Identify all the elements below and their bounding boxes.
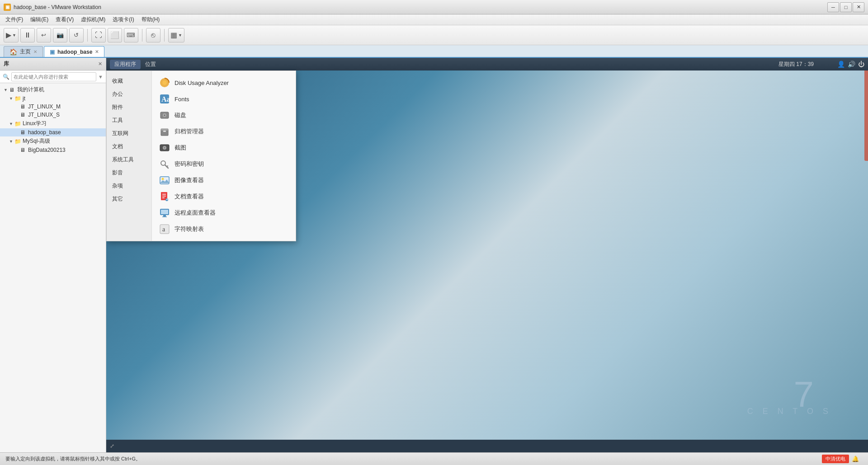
- category-documents[interactable]: 文档: [107, 140, 151, 153]
- category-office[interactable]: 办公: [107, 88, 151, 101]
- tree-item-my-computer[interactable]: ▼ 🖥 我的计算机: [0, 85, 106, 94]
- tree-label: Linux学习: [23, 120, 47, 127]
- scroll-indicator[interactable]: [864, 70, 868, 161]
- app-label: Fonts: [175, 96, 189, 103]
- app-document-viewer[interactable]: + 文档查看器: [152, 188, 296, 205]
- unity-icon: ⬜: [110, 31, 119, 39]
- archive-icon: [159, 126, 170, 137]
- svg-rect-9: [163, 131, 166, 132]
- power-button[interactable]: ▶ ▼: [4, 28, 19, 42]
- svg-rect-21: [162, 197, 165, 198]
- category-system-tools[interactable]: 系统工具: [107, 153, 151, 166]
- vm-icon: 🖥: [20, 112, 28, 118]
- folder-icon: 🖥: [9, 87, 17, 93]
- tree-item-linux-learning[interactable]: ▼ 📁 Linux学习: [0, 119, 106, 128]
- menu-vm[interactable]: 虚拟机(M): [77, 15, 109, 24]
- gnome-clock: 星期四 17：39: [778, 61, 814, 68]
- title-bar: ▣ hadoop_base - VMware Workstation ─ □ ✕: [0, 0, 868, 14]
- desktop-background[interactable]: 应用程序 位置 星期四 17：39 👤 🔊 ⏻ 收藏 办公 附件: [106, 58, 868, 440]
- unity-button[interactable]: ⬜: [108, 28, 122, 42]
- tab-home[interactable]: 🏠 主页 ✕: [4, 46, 43, 57]
- tree-label: BigData200213: [28, 147, 66, 153]
- power-icon[interactable]: ⏻: [858, 61, 864, 68]
- sidebar-header: 库 ✕: [0, 58, 106, 70]
- svg-text:+: +: [166, 198, 168, 201]
- category-other[interactable]: 其它: [107, 193, 151, 206]
- app-archive-manager[interactable]: 归档管理器: [152, 123, 296, 140]
- app-remote-desktop[interactable]: 远程桌面查看器: [152, 205, 296, 221]
- close-button[interactable]: ✕: [853, 2, 864, 12]
- maximize-button[interactable]: □: [840, 2, 852, 12]
- snapshot-revert-button[interactable]: ↺: [69, 28, 84, 42]
- view-options-button[interactable]: ▦ ▼: [168, 28, 184, 42]
- app-label: 归档管理器: [175, 127, 204, 136]
- tab-hadoop-base[interactable]: ▣ hadoop_base ✕: [44, 46, 104, 57]
- tree-item-hadoop-base[interactable]: 🖥 hadoop_base: [0, 128, 106, 136]
- sidebar-title: 库: [4, 60, 9, 68]
- tree-item-jt-linux-m[interactable]: 🖥 JT_LINUX_M: [0, 103, 106, 111]
- revert-button[interactable]: ↩: [37, 28, 51, 42]
- osd-button[interactable]: 中清优电: [822, 455, 849, 463]
- tree-item-mysql[interactable]: ▼ 📁 MySql-高级: [0, 136, 106, 146]
- category-misc[interactable]: 杂项: [107, 179, 151, 193]
- category-media[interactable]: 影音: [107, 166, 151, 179]
- svg-line-15: [167, 166, 168, 167]
- gnome-applications-menu[interactable]: 应用程序: [110, 60, 141, 69]
- app-char-map[interactable]: a 字符映射表: [152, 221, 296, 237]
- search-input[interactable]: [11, 72, 96, 81]
- category-tools[interactable]: 工具: [107, 114, 151, 127]
- toolbar-separator-1: [87, 29, 88, 42]
- minimize-button[interactable]: ─: [827, 2, 839, 12]
- tree-label: JT_LINUX_S: [28, 112, 60, 118]
- app-disk[interactable]: 磁盘: [152, 107, 296, 123]
- keys-icon: [159, 159, 170, 169]
- vm-icon: 🖥: [20, 129, 28, 136]
- tab-home-close: ✕: [33, 49, 37, 54]
- sidebar-close-icon[interactable]: ✕: [98, 61, 102, 67]
- app-screenshot[interactable]: 截图: [152, 140, 296, 156]
- menu-file[interactable]: 文件(F): [2, 15, 27, 24]
- svg-point-12: [164, 147, 165, 149]
- fonts-icon: Aa: [159, 94, 170, 104]
- category-favorites[interactable]: 收藏: [107, 75, 151, 88]
- snapshot-take-button[interactable]: 📷: [53, 28, 67, 42]
- app-disk-usage-analyzer[interactable]: Disk Usage Analyzer: [152, 75, 296, 91]
- send-keys-button[interactable]: ⎋: [146, 28, 160, 42]
- menu-tabs[interactable]: 选项卡(I): [109, 15, 137, 24]
- expand-icon: ▼: [4, 88, 9, 92]
- sound-icon[interactable]: 🔊: [848, 61, 855, 68]
- folder-icon: 📁: [14, 95, 23, 102]
- svg-text:a: a: [162, 226, 165, 233]
- app-label: 远程桌面查看器: [175, 209, 216, 217]
- app-image-viewer[interactable]: 图像查看器: [152, 172, 296, 188]
- keyboard-button[interactable]: ⌨: [124, 28, 138, 42]
- vm-bottom-left: ⤢: [110, 443, 114, 449]
- tree-label: JT_LINUX_M: [28, 103, 61, 110]
- fullscreen-button[interactable]: ⛶: [91, 28, 106, 42]
- app-passwords-keys[interactable]: 密码和密钥: [152, 156, 296, 172]
- tab-hadoop-close[interactable]: ✕: [95, 49, 99, 54]
- tree-label: jt: [23, 95, 25, 102]
- svg-rect-20: [162, 196, 166, 197]
- category-accessories[interactable]: 附件: [107, 101, 151, 114]
- pause-button[interactable]: ⏸: [20, 28, 35, 42]
- tree-item-jt[interactable]: ▼ 📁 jt: [0, 94, 106, 103]
- bottom-icon-1[interactable]: 🔔: [852, 456, 859, 462]
- menu-edit[interactable]: 编辑(E): [27, 15, 52, 24]
- app-fonts[interactable]: Aa Fonts: [152, 91, 296, 107]
- vm-expand-icon[interactable]: ⤢: [110, 443, 114, 449]
- tree-label: 我的计算机: [17, 86, 44, 94]
- menu-view[interactable]: 查看(V): [52, 15, 77, 24]
- fullscreen-icon: ⛶: [95, 31, 102, 39]
- gnome-indicators: 👤 🔊 ⏻: [837, 61, 864, 68]
- tree-item-jt-linux-s[interactable]: 🖥 JT_LINUX_S: [0, 111, 106, 119]
- user-icon[interactable]: 👤: [837, 61, 845, 68]
- folder-icon: 📁: [14, 138, 23, 145]
- window-title: hadoop_base - VMware Workstation: [14, 4, 827, 10]
- menu-help[interactable]: 帮助(H): [138, 15, 164, 24]
- search-dropdown-icon[interactable]: ▼: [98, 74, 103, 80]
- vm-screen[interactable]: 应用程序 位置 星期四 17：39 👤 🔊 ⏻ 收藏 办公 附件: [106, 58, 868, 440]
- category-internet[interactable]: 互联网: [107, 127, 151, 140]
- gnome-places-menu[interactable]: 位置: [141, 60, 160, 69]
- tree-item-bigdata[interactable]: 🖥 BigData200213: [0, 146, 106, 154]
